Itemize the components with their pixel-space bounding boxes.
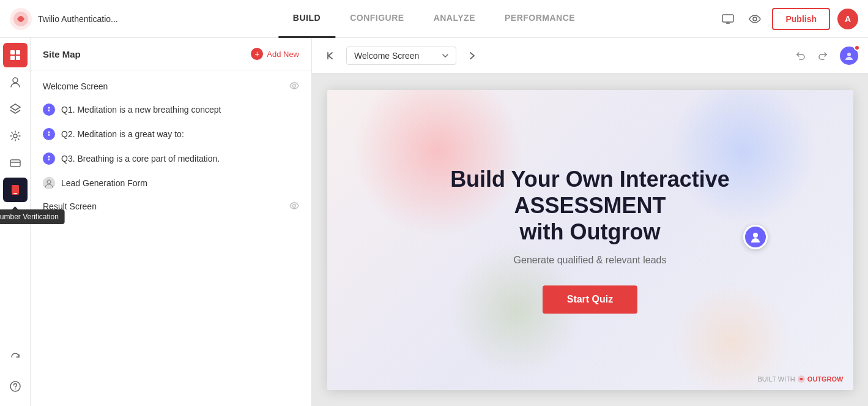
add-new-button[interactable]: + Add New (251, 48, 299, 60)
built-with-label: BUILT WITH OUTGROW (758, 375, 844, 383)
tab-configure[interactable]: CONFIGURE (335, 0, 419, 38)
main-layout: Phone Number Verification Site Map + Add… (0, 38, 868, 406)
floating-user-icon (743, 225, 768, 249)
icon-bar-person[interactable] (3, 70, 28, 94)
result-eye-icon[interactable] (289, 201, 299, 211)
sidebar: Site Map + Add New Welcome Screen (31, 38, 312, 406)
sidebar-item-welcome[interactable]: Welcome Screen (31, 75, 311, 97)
preview-subtitle: Generate qualified & relevant leads (380, 255, 801, 266)
svg-rect-21 (48, 134, 50, 137)
add-new-label: Add New (267, 50, 299, 59)
svg-rect-7 (16, 56, 20, 60)
brand-icon (10, 8, 32, 30)
svg-point-8 (13, 78, 18, 83)
svg-rect-10 (10, 160, 20, 167)
sidebar-item-lead[interactable]: Lead Generation Form (31, 171, 311, 195)
user-avatar[interactable]: A (837, 9, 858, 29)
q2-label: Q2. Meditation is a great way to: (61, 129, 184, 139)
svg-point-9 (13, 134, 17, 138)
sidebar-item-q3[interactable]: Q3. Breathing is a core part of meditati… (31, 146, 311, 171)
tab-build[interactable]: BUILD (278, 0, 335, 38)
prev-screen-button[interactable] (322, 47, 339, 64)
welcome-eye-icon[interactable] (289, 81, 299, 91)
svg-rect-12 (13, 193, 17, 194)
built-with-text: BUILT WITH (758, 375, 795, 383)
preview-content: Build Your Own Interactive ASSESSMENT wi… (380, 166, 801, 314)
canvas-toolbar: Welcome Screen (312, 38, 868, 73)
svg-rect-6 (10, 56, 15, 60)
sidebar-item-q2[interactable]: Q2. Meditation is a great way to: (31, 122, 311, 146)
preview-title-line1: Build Your Own Interactive ASSESSMENT (450, 167, 730, 218)
preview-title: Build Your Own Interactive ASSESSMENT wi… (380, 166, 801, 246)
svg-point-25 (43, 177, 55, 189)
redo-button[interactable] (813, 46, 833, 66)
q1-label: Q1. Meditation is a new breathing concep… (61, 105, 221, 115)
svg-rect-5 (16, 50, 20, 55)
q3-icon (43, 152, 55, 165)
eye-preview-icon[interactable] (745, 9, 765, 29)
icon-bar-bottom (3, 345, 28, 406)
svg-point-30 (753, 233, 758, 238)
icon-bar-layers[interactable] (3, 97, 28, 121)
undo-redo-controls (791, 46, 833, 66)
tab-performance[interactable]: PERFORMANCE (490, 0, 590, 38)
sidebar-item-result[interactable]: Result Screen (31, 195, 311, 217)
svg-rect-24 (48, 159, 50, 161)
welcome-screen-label: Welcome Screen (43, 81, 108, 91)
svg-point-29 (847, 53, 851, 56)
top-navigation: Twilio Authenticatio... BUILD CONFIGURE … (0, 0, 868, 38)
svg-rect-2 (722, 15, 733, 22)
svg-rect-18 (48, 110, 50, 112)
brand-name: Twilio Authenticatio... (38, 14, 118, 24)
sidebar-header: Site Map + Add New (31, 38, 311, 70)
svg-point-14 (15, 388, 16, 389)
undo-button[interactable] (791, 46, 811, 66)
canvas-area: Welcome Screen (312, 38, 868, 406)
icon-bar-settings[interactable] (3, 124, 28, 148)
tab-analyze[interactable]: ANALYZE (419, 0, 490, 38)
icon-bar-billing[interactable] (3, 151, 28, 175)
desktop-preview-icon[interactable] (718, 9, 738, 29)
canvas-preview: Build Your Own Interactive ASSESSMENT wi… (312, 73, 868, 406)
icon-bar-phone[interactable]: Phone Number Verification (3, 178, 28, 202)
icon-bar-grid[interactable] (3, 43, 28, 67)
svg-rect-4 (10, 50, 15, 55)
outgrow-brand-text: OUTGROW (807, 375, 844, 383)
brand-logo: Twilio Authenticatio... (10, 8, 118, 30)
icon-bar-help[interactable] (3, 374, 28, 399)
svg-point-17 (48, 107, 50, 109)
q1-icon (43, 103, 55, 116)
nav-tabs: BUILD CONFIGURE ANALYZE PERFORMANCE (278, 0, 590, 38)
svg-point-20 (48, 132, 50, 133)
lead-label: Lead Generation Form (61, 178, 147, 188)
result-label: Result Screen (43, 201, 97, 211)
preview-background: Build Your Own Interactive ASSESSMENT wi… (327, 90, 853, 390)
lead-icon (43, 177, 55, 189)
preview-frame[interactable]: Build Your Own Interactive ASSESSMENT wi… (327, 90, 853, 390)
avatar-notification-badge (854, 45, 860, 51)
preview-title-line2: with Outgrow (520, 219, 661, 244)
start-quiz-button[interactable]: Start Quiz (543, 285, 638, 314)
icon-bar: Phone Number Verification (0, 38, 31, 406)
next-screen-button[interactable] (464, 47, 481, 64)
collaborator-avatar (840, 47, 858, 65)
svg-point-15 (293, 85, 296, 88)
svg-point-3 (753, 17, 757, 21)
sidebar-item-q1[interactable]: Q1. Meditation is a new breathing concep… (31, 97, 311, 122)
publish-button[interactable]: Publish (772, 8, 830, 30)
nav-actions: Publish A (718, 8, 858, 30)
svg-point-27 (293, 205, 296, 208)
plus-icon: + (251, 48, 263, 60)
selected-screen-name: Welcome Screen (354, 51, 419, 61)
screen-selector-dropdown[interactable]: Welcome Screen (346, 47, 456, 65)
q2-icon (43, 128, 55, 140)
sidebar-items: Welcome Screen Q1. Meditation is a new b… (31, 70, 311, 406)
sidebar-title: Site Map (43, 49, 81, 59)
icon-bar-refresh[interactable] (3, 345, 28, 369)
q3-label: Q3. Breathing is a core part of meditati… (61, 154, 220, 164)
svg-point-23 (48, 156, 50, 158)
svg-point-13 (10, 382, 20, 391)
